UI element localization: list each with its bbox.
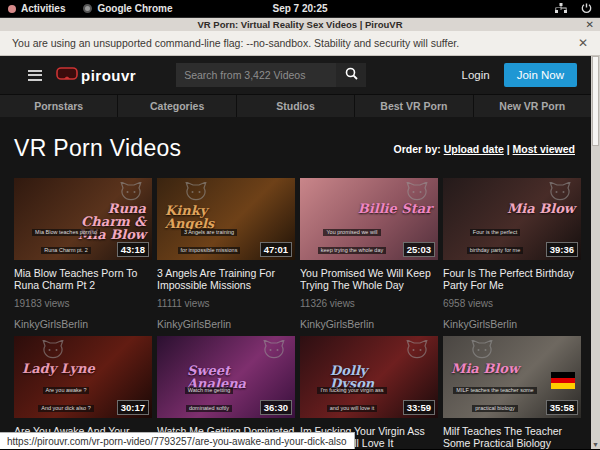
thumbnail-caption: Are you awake ? And your dick also ? xyxy=(14,378,118,414)
vr-goggles-logo-icon xyxy=(56,66,78,84)
order-upload-date-link[interactable]: Upload date xyxy=(444,143,504,155)
video-studio-link[interactable]: KinkyGirlsBerlin xyxy=(157,318,295,330)
video-thumbnail[interactable]: Lady Lyne Are you awake ? And your dick … xyxy=(14,336,152,418)
menu-item-studios[interactable]: Studios xyxy=(237,95,355,117)
activities-label: Activities xyxy=(21,3,65,14)
duration-badge: 33:59 xyxy=(403,400,435,415)
video-card[interactable]: Billie Star You promised we will keep tr… xyxy=(300,178,438,330)
thumbnail-caption: Watch me getting dominated softly xyxy=(157,378,261,414)
thumbnail-caption: MILF teaches the teacher some practical … xyxy=(443,378,547,414)
video-thumbnail[interactable]: Mia Blow MILF teaches the teacher some p… xyxy=(443,336,581,418)
video-views: 11326 views xyxy=(300,298,438,309)
video-card[interactable]: Runa Charm & Mia Blow Mia Blow teaches p… xyxy=(14,178,152,330)
video-views: 19183 views xyxy=(14,298,152,309)
status-bar-url: https://pirouvr.com/vr-porn-video/779325… xyxy=(7,436,347,447)
duration-badge: 39:36 xyxy=(546,242,578,257)
video-studio-link[interactable]: KinkyGirlsBerlin xyxy=(300,318,438,330)
tab-title[interactable]: VR Porn: Virtual Reality Sex Videos | Pi… xyxy=(0,19,600,30)
video-card[interactable]: Kinky Angels 3 Angels are training for i… xyxy=(157,178,295,330)
duration-badge: 25:03 xyxy=(403,242,435,257)
order-by-label: Order by: xyxy=(394,143,441,155)
video-title[interactable]: Four Is The Perfect Birthday Party For M… xyxy=(443,267,581,291)
video-studio-link[interactable]: KinkyGirlsBerlin xyxy=(443,318,581,330)
site-navbar: pirouvr Login Join Now xyxy=(0,56,591,94)
power-icon[interactable] xyxy=(581,3,592,14)
video-title[interactable]: You Promised We Will Keep Trying The Who… xyxy=(300,267,438,291)
hamburger-menu-icon[interactable] xyxy=(28,67,42,83)
clock[interactable]: Sep 7 20:25 xyxy=(272,3,327,14)
site-logo[interactable]: pirouvr xyxy=(56,66,136,84)
thumbnail-caption: 3 Angels are training for impossible mis… xyxy=(157,220,261,256)
order-most-viewed-link[interactable]: Most viewed xyxy=(513,143,575,155)
thumbnail-overlay-title: Lady Lyne xyxy=(22,362,95,375)
activities-button[interactable]: Activities xyxy=(8,3,65,14)
video-thumbnail[interactable]: Kinky Angels 3 Angels are training for i… xyxy=(157,178,295,260)
web-page: pirouvr Login Join Now Pornstars Categor… xyxy=(0,56,600,449)
search-input[interactable] xyxy=(176,63,336,87)
join-now-button[interactable]: Join Now xyxy=(504,63,577,87)
video-grid: Runa Charm & Mia Blow Mia Blow teaches p… xyxy=(0,174,591,449)
menu-item-best-vr[interactable]: Best VR Porn xyxy=(355,95,473,117)
menu-item-pornstars[interactable]: Pornstars xyxy=(0,95,118,117)
video-thumbnail[interactable]: Dolly Dyson I'm fucking your virgin ass … xyxy=(300,336,438,418)
scrollbar-thumb[interactable] xyxy=(592,56,599,146)
duration-badge: 43:18 xyxy=(117,242,149,257)
duration-badge: 36:30 xyxy=(260,400,292,415)
distro-logo-icon xyxy=(8,5,16,13)
order-by: Order by: Upload date | Most viewed xyxy=(394,143,576,155)
video-title[interactable]: Milf Teaches The Teacher Some Practical … xyxy=(443,425,581,449)
video-card[interactable]: Mia Blow MILF teaches the teacher some p… xyxy=(443,336,581,449)
video-title[interactable]: Mia Blow Teaches Porn To Runa Charm Pt 2 xyxy=(14,267,152,291)
search-icon xyxy=(345,67,358,83)
duration-badge: 30:17 xyxy=(117,400,149,415)
thumbnail-overlay-title: Mia Blow xyxy=(451,362,519,375)
page-title: VR Porn Videos xyxy=(14,135,181,162)
page-scrollbar[interactable]: ▼ xyxy=(591,56,600,449)
video-views: 11111 views xyxy=(157,298,295,309)
browser-tab-bar: VR Porn: Virtual Reality Sex Videos | Pi… xyxy=(0,17,600,31)
thumbnail-caption: I'm fucking your virgin ass and you will… xyxy=(300,378,404,414)
login-link[interactable]: Login xyxy=(462,69,490,81)
tab-close-icon[interactable]: ✕ xyxy=(586,20,594,30)
duration-badge: 35:58 xyxy=(546,400,578,415)
german-flag-icon xyxy=(551,372,575,389)
video-title[interactable]: 3 Angels Are Training For Impossible Mis… xyxy=(157,267,295,291)
thumbnail-overlay-title: Billie Star xyxy=(358,202,432,215)
video-studio-link[interactable]: KinkyGirlsBerlin xyxy=(14,318,152,330)
scrollbar-down-arrow-icon[interactable]: ▼ xyxy=(591,441,600,448)
app-menu-label: Google Chrome xyxy=(97,3,172,14)
cat-mask-logo-icon xyxy=(406,340,428,364)
search-button[interactable] xyxy=(336,63,366,87)
video-card[interactable]: Mia Blow Four is the perfect birthday pa… xyxy=(443,178,581,330)
video-thumbnail[interactable]: Billie Star You promised we will keep tr… xyxy=(300,178,438,260)
cat-mask-logo-icon xyxy=(263,340,285,364)
thumbnail-caption: Mia Blow teaches porn to Runa Charm pt. … xyxy=(14,220,118,256)
network-icon[interactable] xyxy=(555,3,567,14)
thumbnail-overlay-title: Mia Blow xyxy=(507,202,575,215)
system-top-bar: Activities Google Chrome Sep 7 20:25 xyxy=(0,0,600,17)
browser-status-bar: https://pirouvr.com/vr-porn-video/779325… xyxy=(0,432,355,449)
thumbnail-caption: You promised we will keep trying the who… xyxy=(300,220,404,256)
chrome-app-icon xyxy=(83,4,92,13)
video-thumbnail[interactable]: Runa Charm & Mia Blow Mia Blow teaches p… xyxy=(14,178,152,260)
search-bar xyxy=(176,63,366,87)
video-thumbnail[interactable]: Mia Blow Four is the perfect birthday pa… xyxy=(443,178,581,260)
menu-item-new-vr[interactable]: New VR Porn xyxy=(474,95,591,117)
thumbnail-caption: Four is the perfect birthday party for m… xyxy=(443,220,547,256)
video-thumbnail[interactable]: Sweet Analena Watch me getting dominated… xyxy=(157,336,295,418)
infobar-message: You are using an unsupported command-lin… xyxy=(12,37,459,49)
infobar-close-icon[interactable]: ✕ xyxy=(578,36,588,50)
app-menu-button[interactable]: Google Chrome xyxy=(83,3,172,14)
video-views: 6958 views xyxy=(443,298,581,309)
site-logo-text: pirouvr xyxy=(81,67,136,84)
duration-badge: 47:01 xyxy=(260,242,292,257)
main-menu: Pornstars Categories Studios Best VR Por… xyxy=(0,94,591,117)
chrome-infobar: You are using an unsupported command-lin… xyxy=(0,31,600,56)
menu-item-categories[interactable]: Categories xyxy=(118,95,236,117)
